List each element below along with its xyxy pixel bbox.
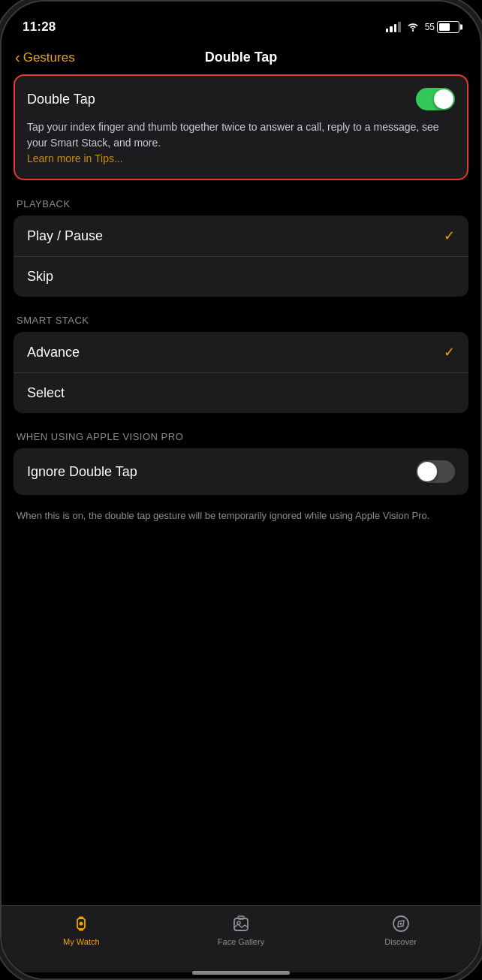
smart-stack-options: Advance ✓ Select: [14, 332, 468, 413]
learn-more-link[interactable]: Learn more in Tips...: [27, 152, 123, 164]
tab-my-watch[interactable]: My Watch: [51, 913, 111, 946]
face-gallery-icon: [230, 913, 252, 934]
svg-point-10: [399, 923, 402, 925]
skip-option[interactable]: Skip: [14, 256, 468, 297]
ignore-double-tap-label: Ignore Double Tap: [27, 464, 137, 480]
status-icons: 55: [386, 21, 459, 33]
discover-tab-label: Discover: [384, 937, 417, 946]
double-tap-toggle[interactable]: [416, 88, 455, 110]
svg-rect-3: [79, 929, 83, 931]
smart-stack-section-label: SMART STACK: [14, 315, 468, 326]
advance-option[interactable]: Advance ✓: [14, 332, 468, 372]
status-time: 11:28: [23, 20, 56, 35]
dynamic-island: [229, 11, 253, 18]
home-bar: [192, 971, 290, 975]
play-pause-label: Play / Pause: [27, 228, 103, 244]
wifi-icon: [406, 22, 420, 32]
playback-section-label: PLAYBACK: [14, 198, 468, 210]
playback-options: Play / Pause ✓ Skip: [14, 216, 468, 297]
face-gallery-tab-label: Face Gallery: [218, 937, 264, 946]
advance-label: Advance: [27, 345, 80, 360]
my-watch-icon: [71, 913, 92, 934]
discover-icon: [390, 913, 411, 934]
status-bar: 11:28 55: [2, 2, 480, 42]
phone-screen: 11:28 55: [2, 2, 480, 978]
double-tap-card: Double Tap Tap your index finger and thu…: [14, 74, 468, 180]
vision-pro-section-label: WHEN USING APPLE VISION PRO: [14, 431, 468, 442]
battery-text: 55: [425, 22, 435, 32]
tab-discover[interactable]: Discover: [371, 913, 431, 946]
back-button[interactable]: ‹ Gestures: [15, 49, 75, 66]
svg-rect-5: [234, 918, 248, 930]
signal-icon: [386, 22, 401, 32]
double-tap-toggle-row: Double Tap: [27, 88, 455, 110]
tab-bar: My Watch Face Gallery: [2, 905, 480, 972]
back-chevron-icon: ‹: [15, 49, 20, 66]
svg-point-0: [412, 30, 414, 32]
select-option[interactable]: Select: [14, 372, 468, 413]
tab-face-gallery[interactable]: Face Gallery: [211, 913, 271, 946]
ignore-double-tap-row: Ignore Double Tap: [14, 448, 468, 495]
nav-header: ‹ Gestures Double Tap: [2, 42, 480, 74]
page-title: Double Tap: [205, 50, 278, 65]
skip-label: Skip: [27, 269, 53, 285]
home-indicator: [2, 972, 480, 978]
double-tap-label: Double Tap: [27, 92, 95, 107]
vision-pro-note: When this is on, the double tap gesture …: [14, 502, 468, 523]
my-watch-tab-label: My Watch: [63, 937, 100, 946]
content-area: Double Tap Tap your index finger and thu…: [2, 74, 480, 905]
ignore-double-tap-toggle[interactable]: [416, 460, 455, 483]
play-pause-checkmark: ✓: [444, 228, 455, 244]
svg-rect-2: [79, 917, 83, 919]
svg-rect-7: [238, 916, 244, 919]
battery-box: [437, 21, 459, 33]
back-label: Gestures: [23, 50, 75, 65]
svg-point-4: [80, 922, 83, 926]
battery-fill: [439, 23, 450, 31]
vision-pro-card: Ignore Double Tap: [14, 448, 468, 495]
double-tap-description: Tap your index finger and thumb together…: [27, 119, 455, 167]
play-pause-option[interactable]: Play / Pause ✓: [14, 216, 468, 256]
battery-indicator: 55: [425, 21, 459, 33]
phone-frame: 11:28 55: [0, 0, 482, 980]
advance-checkmark: ✓: [444, 344, 455, 360]
select-label: Select: [27, 385, 65, 401]
